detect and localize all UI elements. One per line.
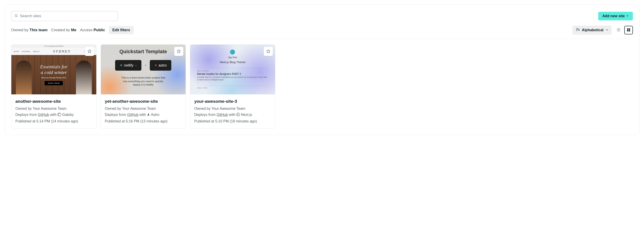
- svg-marker-16: [266, 49, 270, 53]
- site-owner-row: Owned by Your Awesome Team: [16, 106, 92, 112]
- list-view-button[interactable]: [614, 26, 623, 34]
- view-toggle: [614, 26, 633, 34]
- site-title: another-awesome-site: [16, 98, 92, 105]
- grid-icon: [626, 28, 631, 33]
- star-icon: [177, 49, 181, 54]
- site-framework: Next.js: [241, 113, 252, 117]
- favorite-button[interactable]: [85, 47, 94, 56]
- site-title: yet-another-awesome-site: [105, 98, 182, 105]
- site-deploy-row: Deploys from GitHub with Next.js: [194, 112, 271, 118]
- arrow-right-icon: →: [197, 81, 268, 84]
- site-deploy-row: Deploys from GitHub with Gatsby: [16, 112, 92, 118]
- thumb-person: [76, 60, 92, 94]
- site-card[interactable]: Jay Doe Next.js Blog Theme SEP 14 2021 M…: [190, 44, 275, 129]
- site-thumbnail: Jay Doe Next.js Blog Theme SEP 14 2021 M…: [190, 45, 275, 94]
- netlify-logo: ✦netlify–: [115, 60, 142, 71]
- site-thumbnail: Quickstart Template ✦netlify– + ✦ astro …: [101, 45, 186, 94]
- svg-rect-9: [627, 28, 628, 30]
- sort-label: Alphabetical: [582, 28, 604, 32]
- filters-right: Alphabetical: [572, 25, 633, 35]
- site-card-body: your-awesome-site-3 Owned by Your Awesom…: [190, 94, 275, 128]
- active-filters: Owned by This team Created by Me Access …: [11, 26, 134, 34]
- thumb-post: SEP 14 2021 Mental models for designers …: [197, 68, 268, 86]
- nextjs-icon: [236, 112, 240, 118]
- svg-marker-15: [177, 49, 180, 53]
- site-framework: Astro: [151, 113, 159, 117]
- svg-rect-10: [629, 28, 630, 30]
- site-source-link[interactable]: GitHub: [38, 113, 49, 117]
- chevron-down-icon: [626, 14, 629, 18]
- site-source-link[interactable]: GitHub: [127, 113, 138, 117]
- topbar: Add new site: [11, 11, 633, 21]
- svg-rect-12: [629, 30, 630, 31]
- site-thumbnail: Free shipping worldwide SHOP JOURNAL ABO…: [11, 45, 96, 94]
- favorite-button[interactable]: [174, 47, 183, 56]
- gatsby-icon: [58, 112, 61, 118]
- filter-created-by: Created by Me: [51, 28, 76, 32]
- thumb-person: [16, 60, 32, 94]
- filter-bar: Owned by This team Created by Me Access …: [11, 25, 633, 39]
- site-card-body: another-awesome-site Owned by Your Aweso…: [11, 94, 96, 128]
- sort-button[interactable]: Alphabetical: [572, 25, 612, 35]
- thumb-logo: SYDNEY: [42, 49, 82, 53]
- site-framework: Gatsby: [62, 113, 74, 117]
- list-icon: [616, 28, 621, 33]
- sort-icon: [576, 28, 580, 33]
- grid-view-button[interactable]: [624, 26, 633, 34]
- svg-rect-11: [627, 30, 628, 31]
- thumb-title: Quickstart Template: [120, 49, 167, 54]
- star-icon: [266, 49, 270, 54]
- thumb-hero: Essentials fora cold winter Discover Aut…: [11, 55, 96, 94]
- thumb-cta: SHOP NOW: [45, 81, 63, 85]
- astro-logo: ✦ astro: [150, 60, 171, 71]
- chevron-down-icon: [606, 28, 608, 32]
- svg-marker-13: [88, 49, 91, 53]
- site-owner: Your Awesome Team: [212, 107, 245, 110]
- thumb-desc: This is a bare-bones Astro project that …: [120, 76, 166, 87]
- favorite-button[interactable]: [264, 47, 273, 56]
- site-published: Published at 5:16 PM (13 minutes ago): [105, 119, 182, 124]
- site-deploy-row: Deploys from GitHub with Astro: [105, 112, 182, 118]
- site-card-body: yet-another-awesome-site Owned by Your A…: [101, 94, 186, 128]
- star-icon: [88, 49, 92, 54]
- plus-icon: +: [144, 63, 146, 67]
- site-published: Published at 5:14 PM (14 minutes ago): [16, 119, 92, 124]
- filter-access: Access Public: [80, 28, 105, 32]
- site-cards-grid: Free shipping worldwide SHOP JOURNAL ABO…: [11, 44, 633, 129]
- add-new-site-label: Add new site: [602, 14, 625, 18]
- search-input[interactable]: [11, 11, 118, 21]
- search-wrapper: [11, 11, 118, 21]
- filter-owned-by: Owned by This team: [11, 28, 48, 32]
- site-owner-row: Owned by Your Awesome Team: [194, 106, 271, 112]
- edit-filters-button[interactable]: Edit filters: [109, 26, 134, 34]
- thumb-banner: Free shipping worldwide: [11, 45, 96, 48]
- add-new-site-button[interactable]: Add new site: [598, 12, 633, 20]
- site-title: your-awesome-site-3: [194, 98, 271, 105]
- thumb-author: Jay Doe: [228, 56, 237, 59]
- thumb-blog-title: Next.js Blog Theme: [220, 60, 246, 64]
- site-owner-row: Owned by Your Awesome Team: [105, 106, 182, 112]
- astro-icon: [147, 112, 150, 118]
- site-owner: Your Awesome Team: [33, 107, 66, 110]
- site-card[interactable]: Free shipping worldwide SHOP JOURNAL ABO…: [11, 44, 96, 129]
- site-card[interactable]: Quickstart Template ✦netlify– + ✦ astro …: [100, 44, 186, 129]
- site-owner: Your Awesome Team: [122, 107, 156, 110]
- thumb-avatar: [230, 49, 235, 54]
- thumb-nav: SHOP JOURNAL ABOUT SYDNEY ⚲ ♡ 🛍: [11, 48, 96, 55]
- sites-panel: Add new site Owned by This team Created …: [4, 4, 640, 135]
- site-source-link[interactable]: GitHub: [217, 113, 228, 117]
- thumb-logos: ✦netlify– + ✦ astro: [115, 60, 171, 71]
- site-published: Published at 5:10 PM (18 minutes ago): [194, 119, 271, 124]
